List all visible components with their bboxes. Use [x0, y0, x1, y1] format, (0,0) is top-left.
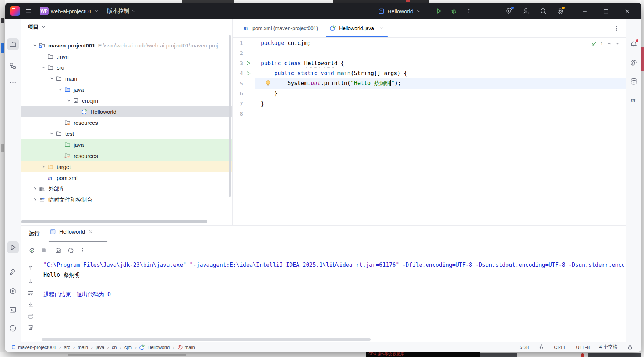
intention-bulb-icon[interactable] — [265, 80, 272, 87]
run-icon — [9, 244, 17, 251]
code-line[interactable]: 3public class Helloworld { — [233, 58, 626, 68]
breadcrumb-item-java[interactable]: java — [95, 344, 105, 350]
tree-item-cn.cjm[interactable]: cn.cjm — [21, 95, 232, 106]
scroll-down-button[interactable] — [26, 277, 35, 286]
run-console[interactable]: "C:\Program Files\Java\jdk-23\bin\java.e… — [43, 260, 624, 299]
tree-item-.mvn[interactable]: .mvn — [21, 51, 232, 62]
editor-tab-Helloworld.java[interactable]: Helloworld.java — [324, 19, 390, 37]
code-line[interactable]: 8 — [233, 109, 626, 119]
project-panel-header[interactable]: 项目 — [21, 19, 232, 35]
close-icon[interactable] — [379, 26, 384, 31]
pine-tree-icon[interactable] — [538, 344, 544, 350]
tool-window-database-button[interactable] — [629, 76, 639, 86]
code-line[interactable]: 1package cn.cjm; — [233, 38, 626, 48]
caret-position-widget[interactable]: 5:38 — [520, 344, 529, 350]
print-button[interactable] — [26, 312, 35, 321]
tree-item-java[interactable]: java — [21, 139, 232, 150]
scroll-to-end-button[interactable] — [26, 300, 35, 309]
breadcrumb-item-Helloworld[interactable]: Helloworld — [138, 344, 170, 350]
chevron-down-icon[interactable] — [56, 87, 64, 92]
run-tab[interactable]: Helloworld — [50, 229, 93, 235]
chevron-down-icon[interactable] — [48, 76, 56, 81]
code-line[interactable]: 6 } — [233, 89, 626, 99]
chevron-right-icon[interactable] — [31, 197, 39, 202]
ai-assistant-button[interactable] — [504, 6, 514, 16]
tree-item-resources[interactable]: resources — [21, 150, 232, 161]
tree-item-pom.xml[interactable]: mpom.xml — [21, 172, 232, 183]
chevron-down-icon[interactable] — [48, 131, 56, 136]
code-with-me-button[interactable] — [521, 6, 531, 16]
tool-window-run-button[interactable] — [7, 241, 19, 253]
tool-window-build-button[interactable] — [7, 266, 19, 278]
chevron-right-icon[interactable] — [39, 164, 47, 169]
screenshot-button[interactable] — [52, 244, 64, 256]
tool-window-ai-assistant-button[interactable] — [629, 58, 639, 68]
tool-window-more-tool-windows-button[interactable] — [7, 77, 19, 88]
encoding-widget[interactable]: UTF-8 — [576, 344, 590, 350]
minimize-button[interactable] — [577, 6, 592, 16]
chevron-down-icon[interactable] — [65, 98, 73, 103]
tree-item-java[interactable]: java — [21, 84, 232, 95]
project-switcher[interactable]: WP web-ai-project01 — [38, 5, 101, 17]
code-line[interactable]: 7} — [233, 99, 626, 109]
run-button[interactable] — [434, 6, 444, 16]
breadcrumb-item-main[interactable]: main — [77, 344, 89, 350]
editor-options-button[interactable] — [611, 23, 622, 33]
breadcrumb-item-cjm[interactable]: cjm — [124, 344, 132, 350]
clear-all-button[interactable] — [26, 323, 35, 332]
more-run-actions-button[interactable] — [464, 6, 474, 16]
tool-window-terminal-button[interactable] — [7, 304, 19, 316]
settings-button[interactable] — [555, 6, 565, 16]
tool-window-project-button[interactable] — [7, 38, 19, 50]
breadcrumb-item-main[interactable]: main — [177, 344, 196, 350]
line-separator-widget[interactable]: CRLF — [554, 344, 566, 350]
debug-button[interactable] — [449, 6, 459, 16]
indent-widget[interactable]: 4 个空格 — [599, 344, 618, 350]
tree-item-外部库[interactable]: 外部库 — [21, 183, 232, 194]
tree-item-target[interactable]: target — [21, 161, 232, 172]
breadcrumb-item-maven-project001[interactable]: maven-project001 — [10, 344, 57, 350]
chevron-down-icon[interactable] — [39, 65, 47, 70]
scroll-up-button[interactable] — [26, 263, 35, 272]
breadcrumb-item-src[interactable]: src — [63, 344, 71, 350]
project-horizontal-scrollbar[interactable] — [21, 220, 207, 223]
tool-window-problems-button[interactable] — [7, 322, 19, 334]
chevron-right-icon[interactable] — [31, 186, 39, 191]
breadcrumb-item-cn[interactable]: cn — [111, 344, 118, 350]
tree-item-test[interactable]: test — [21, 128, 232, 139]
stop-button[interactable] — [38, 244, 49, 256]
toolbar-divider — [50, 247, 50, 254]
tool-window-structure-button[interactable] — [7, 60, 19, 72]
tree-item-src[interactable]: src — [21, 62, 232, 73]
search-everywhere-button[interactable] — [538, 6, 548, 16]
code-line[interactable]: 5 System.out.println("Hello 蔡炯明"); — [233, 78, 626, 89]
code-line[interactable]: 2 — [233, 48, 626, 59]
tool-window-notifications-button[interactable] — [629, 39, 639, 50]
tool-window-services-button[interactable] — [7, 285, 19, 297]
console-horizontal-scrollbar[interactable] — [42, 338, 371, 341]
tool-window-maven-button[interactable]: m — [629, 95, 639, 105]
run-gutter-icon[interactable] — [243, 71, 255, 76]
tree-item-临时文件和控制台[interactable]: 临时文件和控制台 — [21, 194, 232, 205]
vcs-menu[interactable]: 版本控制 — [105, 6, 139, 16]
close-button[interactable] — [620, 6, 634, 16]
run-gutter-icon[interactable] — [243, 60, 255, 66]
rerun-button[interactable] — [26, 244, 38, 256]
tree-item-main[interactable]: main — [21, 73, 232, 84]
project-vertical-scrollbar[interactable] — [229, 35, 231, 197]
chevron-down-icon[interactable] — [31, 43, 39, 48]
chevron-down-icon — [94, 8, 99, 14]
tree-item-Helloworld[interactable]: Helloworld — [21, 106, 232, 117]
close-icon[interactable] — [88, 229, 93, 234]
maximize-button[interactable] — [598, 6, 613, 16]
run-configuration-selector[interactable]: Helloworld — [376, 7, 424, 16]
code-line[interactable]: 4 public static void main(String[] args)… — [233, 68, 626, 79]
soft-wrap-button[interactable] — [26, 289, 35, 297]
tree-item-resources[interactable]: resources — [21, 117, 232, 128]
more-options-button[interactable] — [77, 244, 88, 256]
editor-tab-pom.xml[interactable]: mpom.xml (maven-project001) — [237, 19, 324, 37]
lock-icon[interactable] — [627, 344, 633, 350]
profiler-button[interactable] — [65, 244, 77, 256]
main-menu-button[interactable] — [24, 6, 34, 16]
tree-item-maven-project001[interactable]: maven-project001E:\ssm\web-ai-code\web-a… — [21, 40, 232, 51]
